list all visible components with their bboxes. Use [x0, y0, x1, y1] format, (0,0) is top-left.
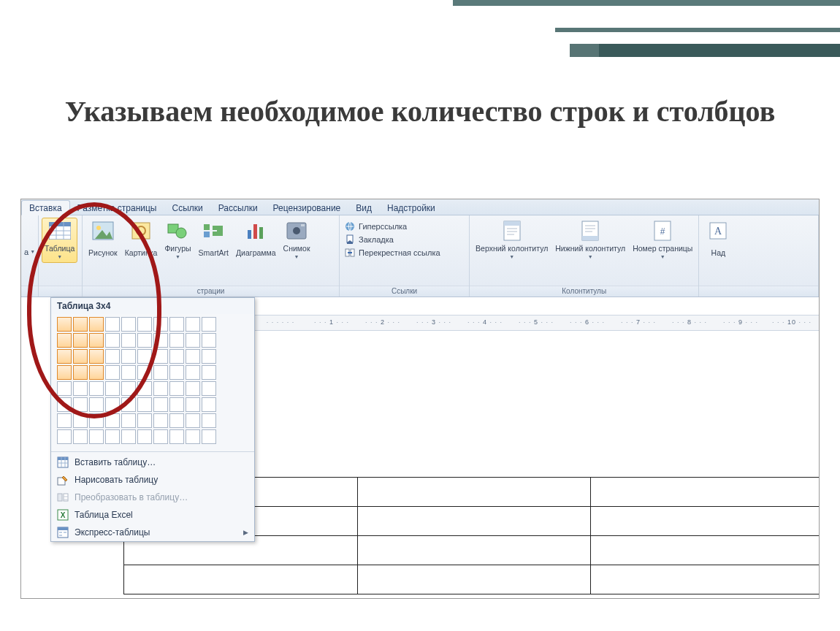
grid-cell[interactable] [153, 365, 168, 380]
grid-cell[interactable] [186, 381, 200, 396]
grid-cell[interactable] [57, 365, 72, 380]
grid-cell[interactable] [202, 333, 216, 348]
grid-cell[interactable] [57, 397, 72, 412]
grid-cell[interactable] [202, 397, 216, 412]
grid-cell[interactable] [186, 429, 200, 444]
grid-cell[interactable] [186, 317, 200, 332]
grid-cell[interactable] [153, 317, 168, 332]
grid-cell[interactable] [121, 429, 136, 444]
smartart-button[interactable]: SmartArt [196, 218, 232, 263]
grid-cell[interactable] [186, 397, 200, 412]
grid-cell[interactable] [137, 317, 152, 332]
hyperlink-button[interactable]: Гиперссылка [344, 221, 443, 232]
grid-cell[interactable] [105, 397, 120, 412]
grid-cell[interactable] [186, 413, 200, 428]
grid-cell[interactable] [89, 317, 104, 332]
grid-cell[interactable] [73, 429, 88, 444]
grid-cell[interactable] [57, 349, 72, 364]
grid-cell[interactable] [153, 429, 168, 444]
grid-cell[interactable] [105, 429, 120, 444]
grid-cell[interactable] [186, 333, 200, 348]
grid-cell[interactable] [121, 333, 136, 348]
tab-page-layout[interactable]: Разметка страницы [70, 201, 165, 215]
grid-cell[interactable] [137, 381, 152, 396]
grid-cell[interactable] [105, 381, 120, 396]
shapes-button[interactable]: Фигуры▼ [161, 218, 194, 263]
document-area[interactable] [255, 331, 817, 598]
grid-cell[interactable] [169, 333, 184, 348]
grid-cell[interactable] [89, 429, 104, 444]
grid-cell[interactable] [169, 429, 184, 444]
grid-cell[interactable] [105, 413, 120, 428]
grid-cell[interactable] [73, 349, 88, 364]
grid-cell[interactable] [137, 397, 152, 412]
grid-cell[interactable] [169, 381, 184, 396]
tab-insert[interactable]: Вставка [21, 200, 70, 215]
grid-cell[interactable] [169, 365, 184, 380]
grid-cell[interactable] [121, 317, 136, 332]
grid-cell[interactable] [202, 429, 216, 444]
grid-cell[interactable] [137, 413, 152, 428]
grid-cell[interactable] [89, 349, 104, 364]
clipart-button[interactable]: Картинка [122, 218, 161, 263]
grid-cell[interactable] [153, 381, 168, 396]
grid-cell[interactable] [202, 349, 216, 364]
grid-cell[interactable] [105, 349, 120, 364]
crossreference-button[interactable]: Перекрестная ссылка [344, 247, 443, 259]
grid-cell[interactable] [153, 349, 168, 364]
tab-references[interactable]: Ссылки [164, 201, 210, 215]
grid-cell[interactable] [89, 333, 104, 348]
chart-button[interactable]: Диаграмма [233, 218, 279, 263]
menu-quick-tables[interactable]: Экспресс-таблицы ▶ [51, 524, 254, 541]
grid-cell[interactable] [73, 397, 88, 412]
grid-cell[interactable] [105, 365, 120, 380]
grid-cell[interactable] [89, 381, 104, 396]
horizontal-ruler[interactable]: 1234567891011 [255, 315, 819, 331]
grid-cell[interactable] [186, 365, 200, 380]
grid-cell[interactable] [73, 381, 88, 396]
header-button[interactable]: Верхний колонтитул▼ [473, 218, 551, 263]
grid-cell[interactable] [73, 333, 88, 348]
grid-cell[interactable] [57, 429, 72, 444]
table-button[interactable]: Таблица▼ [42, 218, 77, 263]
menu-insert-table[interactable]: Вставить таблицу… [51, 454, 254, 471]
grid-cell[interactable] [186, 349, 200, 364]
grid-cell[interactable] [57, 317, 72, 332]
tab-mailings[interactable]: Рассылки [211, 201, 266, 215]
grid-cell[interactable] [73, 365, 88, 380]
menu-draw-table[interactable]: Нарисовать таблицу [51, 471, 254, 489]
grid-cell[interactable] [121, 381, 136, 396]
tab-view[interactable]: Вид [348, 201, 380, 215]
grid-cell[interactable] [137, 349, 152, 364]
grid-cell[interactable] [153, 413, 168, 428]
grid-cell[interactable] [202, 381, 216, 396]
grid-cell[interactable] [57, 413, 72, 428]
grid-cell[interactable] [105, 317, 120, 332]
grid-cell[interactable] [153, 333, 168, 348]
table-size-picker[interactable] [51, 314, 254, 450]
picture-button[interactable]: Рисунок [85, 218, 121, 263]
footer-button[interactable]: Нижний колонтитул▼ [552, 218, 628, 263]
screenshot-button[interactable]: Снимок▼ [280, 218, 313, 263]
tab-review[interactable]: Рецензирование [266, 201, 349, 215]
grid-cell[interactable] [121, 349, 136, 364]
grid-cell[interactable] [202, 413, 216, 428]
grid-cell[interactable] [89, 413, 104, 428]
grid-cell[interactable] [121, 413, 136, 428]
grid-cell[interactable] [137, 365, 152, 380]
grid-cell[interactable] [73, 413, 88, 428]
grid-cell[interactable] [105, 333, 120, 348]
grid-cell[interactable] [89, 397, 104, 412]
grid-cell[interactable] [169, 397, 184, 412]
textbox-button[interactable]: A Над [702, 218, 734, 263]
grid-cell[interactable] [57, 333, 72, 348]
grid-cell[interactable] [153, 397, 168, 412]
grid-cell[interactable] [57, 381, 72, 396]
grid-cell[interactable] [137, 333, 152, 348]
tab-addins[interactable]: Надстройки [380, 201, 443, 215]
grid-cell[interactable] [202, 365, 216, 380]
menu-excel-table[interactable]: X Таблица Excel [51, 506, 254, 524]
grid-cell[interactable] [121, 397, 136, 412]
grid-cell[interactable] [89, 365, 104, 380]
grid-cell[interactable] [169, 413, 184, 428]
